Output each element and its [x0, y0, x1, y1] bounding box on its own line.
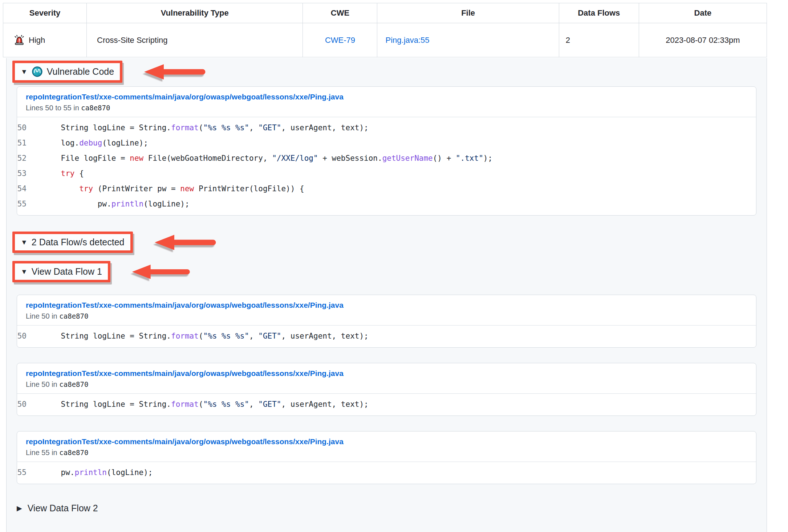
line-number: 55: [17, 465, 42, 480]
code-text: try {: [42, 166, 84, 181]
triangle-down-icon: ▼: [21, 239, 28, 246]
snippet-path-link[interactable]: repoIntegrationTest/xxe-comments/main/ja…: [26, 93, 344, 101]
col-header-file: File: [377, 3, 559, 23]
code-line: 52 File logFile = new File(webGoatHomeDi…: [17, 151, 756, 166]
vulnerability-table: Severity Vulnerability Type CWE File Dat…: [3, 3, 767, 57]
code-block: 50 String logLine = String.format("%s %s…: [17, 325, 756, 347]
commit-hash: ca8e870: [59, 449, 88, 457]
code-text: pw.println(logLine);: [42, 465, 153, 480]
code-line: 54 try (PrintWriter pw = new PrintWriter…: [17, 181, 756, 196]
line-number: 50: [17, 397, 42, 412]
code-text: log.debug(logLine);: [42, 135, 148, 151]
commit-hash: ca8e870: [59, 312, 88, 320]
code-text: String logLine = String.format("%s %s %s…: [42, 120, 369, 135]
vulnerable-code-label: Vulnerable Code: [47, 66, 114, 77]
snippet-path-link[interactable]: repoIntegrationTest/xxe-comments/main/ja…: [26, 437, 344, 446]
commit-hash: ca8e870: [81, 104, 110, 112]
annotation-arrow-icon: [153, 234, 218, 251]
code-line: 55 pw.println(logLine);: [17, 465, 756, 480]
vulnerable-code-row: ▼ Vulnerable Code: [17, 61, 756, 83]
report-body: ▼ Vulnerable Code: [6, 58, 767, 532]
vulnerable-code-snippet: repoIntegrationTest/xxe-comments/main/ja…: [17, 86, 756, 216]
code-line: 53 try {: [17, 166, 756, 181]
code-line: 50 String logLine = String.format("%s %s…: [17, 120, 756, 135]
data-flows-toggle[interactable]: ▼ 2 Data Flow/s detected: [12, 232, 133, 253]
view-data-flow-2-toggle[interactable]: ▶ View Data Flow 2: [17, 503, 756, 513]
view-data-flow-1-label: View Data Flow 1: [32, 266, 102, 277]
data-flows-label: 2 Data Flow/s detected: [32, 237, 125, 247]
flow-snippet: repoIntegrationTest/xxe-comments/main/ja…: [17, 295, 756, 348]
col-header-data-flows: Data Flows: [559, 3, 639, 23]
col-header-vulnerability-type: Vulnerability Type: [87, 3, 303, 23]
commit-hash: ca8e870: [59, 380, 88, 388]
date-cell: 2023-08-07 02:33pm: [639, 23, 767, 57]
code-block: 50 String logLine = String.format("%s %s…: [17, 117, 756, 215]
line-number: 50: [17, 328, 42, 344]
snippet-range-label: Lines 50 to 55 in ca8e870: [26, 104, 747, 112]
code-line: 51 log.debug(logLine);: [17, 135, 756, 151]
data-flows-cell: 2: [559, 23, 639, 57]
snippet-path-link[interactable]: repoIntegrationTest/xxe-comments/main/ja…: [26, 369, 344, 378]
line-number: 50: [17, 120, 42, 135]
table-header-row: Severity Vulnerability Type CWE File Dat…: [3, 3, 767, 23]
siren-icon: [13, 34, 25, 46]
view-data-flow-1-row: ▼ View Data Flow 1: [17, 261, 756, 282]
col-header-cwe: CWE: [303, 3, 377, 23]
severity-cell: High: [3, 23, 87, 57]
annotation-arrow-icon: [131, 263, 192, 280]
cwe-link[interactable]: CWE-79: [325, 36, 355, 45]
snippet-path-link[interactable]: repoIntegrationTest/xxe-comments/main/ja…: [26, 301, 344, 310]
code-block: 50 String logLine = String.format("%s %s…: [17, 393, 756, 416]
code-text: String logLine = String.format("%s %s %s…: [42, 328, 369, 344]
vulnerable-code-toggle[interactable]: ▼ Vulnerable Code: [12, 61, 122, 83]
table-row: High Cross-Site Scripting CWE-79 Ping.ja…: [3, 23, 767, 57]
code-text: pw.println(logLine);: [42, 196, 190, 212]
code-text: String logLine = String.format("%s %s %s…: [42, 397, 369, 412]
code-line: 55 pw.println(logLine);: [17, 196, 756, 212]
triangle-down-icon: ▼: [21, 268, 28, 275]
severity-value: High: [29, 36, 45, 45]
col-header-date: Date: [639, 3, 767, 23]
line-number: 53: [17, 166, 42, 181]
code-line: 50 String logLine = String.format("%s %s…: [17, 397, 756, 412]
annotation-arrow-icon: [143, 63, 207, 81]
line-number: 54: [17, 181, 42, 196]
code-text: try (PrintWriter pw = new PrintWriter(lo…: [42, 181, 304, 196]
triangle-right-icon: ▶: [17, 505, 22, 512]
snippet-range-label: Line 55 in ca8e870: [26, 449, 747, 457]
code-text: File logFile = new File(webGoatHomeDirec…: [42, 151, 492, 166]
flow-snippet: repoIntegrationTest/xxe-comments/main/ja…: [17, 363, 756, 416]
triangle-down-icon: ▼: [21, 68, 28, 75]
code-line: 50 String logLine = String.format("%s %s…: [17, 328, 756, 344]
snippet-range-label: Line 50 in ca8e870: [26, 312, 747, 320]
line-number: 55: [17, 196, 42, 212]
view-data-flow-1-toggle[interactable]: ▼ View Data Flow 1: [12, 261, 110, 282]
view-data-flow-2-label: View Data Flow 2: [28, 503, 98, 513]
line-number: 52: [17, 151, 42, 166]
line-number: 51: [17, 135, 42, 151]
flow-snippet: repoIntegrationTest/xxe-comments/main/ja…: [17, 431, 756, 484]
code-block: 55 pw.println(logLine);: [17, 462, 756, 484]
mobb-logo-icon: [32, 66, 43, 77]
data-flows-row: ▼ 2 Data Flow/s detected: [17, 232, 756, 253]
file-link[interactable]: Ping.java:55: [385, 36, 429, 45]
col-header-severity: Severity: [3, 3, 87, 23]
vulnerability-type-cell: Cross-Site Scripting: [87, 23, 303, 57]
snippet-range-label: Line 50 in ca8e870: [26, 380, 747, 389]
